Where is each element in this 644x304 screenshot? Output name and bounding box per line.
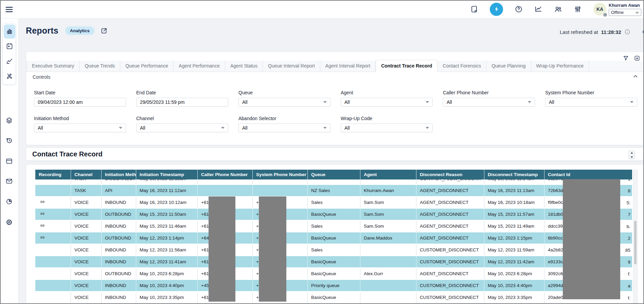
sidebar-item-trends[interactable]	[4, 54, 15, 69]
table-row-7[interactable]: VOICE INBOUND May 12, 2023 11:41am +614 …	[35, 256, 632, 268]
column-header-label: Contact Id	[548, 172, 570, 177]
table-row-4[interactable]: VOICE INBOUND May 15, 2023 11:46am +614 …	[35, 221, 632, 232]
download-icon[interactable]	[634, 55, 640, 61]
tab-2[interactable]: Queue Performance	[120, 60, 174, 72]
tab-7[interactable]: Contract Trace Record	[376, 60, 437, 72]
cell-channel: VOICE	[71, 232, 102, 244]
metrics-icon[interactable]	[534, 5, 542, 13]
sidebar-item-history[interactable]	[3, 134, 16, 147]
contacts-icon[interactable]	[554, 5, 562, 13]
column-header-4[interactable]: Caller Phone Number	[198, 170, 253, 179]
contact-id-tail: a	[628, 283, 630, 288]
column-header-8[interactable]: Disconnect Reason	[416, 170, 484, 179]
stepper-up-button[interactable]	[629, 151, 634, 155]
sidebar-item-settings[interactable]	[3, 216, 16, 228]
sidebar-item-designer[interactable]	[4, 69, 15, 83]
info-icon[interactable]	[624, 29, 630, 35]
table-row-3[interactable]: VOICE OUTBOUND May 15, 2023 11:50am +614…	[35, 209, 632, 221]
sidebar-item-mail[interactable]	[3, 175, 16, 187]
status-select[interactable]: Offline	[609, 9, 641, 16]
tab-3[interactable]: Agent Performance	[174, 60, 225, 72]
table-row-5[interactable]: VOICE OUTBOUND May 12, 2023 1:14pm +642 …	[35, 232, 632, 244]
sliders-icon[interactable]	[574, 5, 582, 13]
sidebar-item-reports[interactable]	[4, 24, 15, 39]
sidebar-item-schedule[interactable]	[4, 39, 15, 54]
tab-label: Agent Interval Report	[325, 63, 370, 69]
tab-0[interactable]: Executive Summary	[26, 60, 79, 72]
filter-input[interactable]: All	[341, 98, 433, 107]
filter-input[interactable]: All	[238, 124, 330, 132]
mail-icon	[5, 177, 13, 185]
table-row-8[interactable]: VOICE OUTBOUND May 10, 2023 6:28pm +614 …	[35, 268, 632, 280]
cell-disconnect-timestamp: May 15, 2023 11:49am	[484, 221, 544, 232]
table-row-2[interactable]: VOICE INBOUND May 16, 2023 10:12am +614 …	[35, 197, 632, 209]
dropdown-caret-icon	[426, 101, 429, 103]
table-row-6[interactable]: VOICE INBOUND May 12, 2023 11:56am +614 …	[35, 244, 632, 256]
redaction-box	[563, 179, 620, 299]
filter-input[interactable]: All	[136, 124, 228, 132]
column-header-5[interactable]: System Phone Number	[253, 170, 308, 179]
column-header-7[interactable]: Agent	[360, 170, 416, 179]
table-row-0[interactable]: TASK DISCONNECT May 16, 2023 11:13am CON…	[35, 179, 632, 185]
recording-link-icon[interactable]	[40, 223, 45, 229]
filter-input[interactable]: All	[238, 98, 330, 107]
filter-2: Queue All	[238, 90, 330, 107]
table-row-9[interactable]: VOICE INBOUND May 10, 2023 4:40pm +457 +…	[35, 280, 632, 292]
sidebar	[0, 18, 19, 304]
tab-9[interactable]: Queue Planning	[486, 60, 531, 72]
filter-input[interactable]: All	[443, 98, 535, 107]
scrollbar-thumb[interactable]	[634, 221, 637, 264]
filter-input[interactable]: All	[341, 124, 433, 132]
sidebar-item-window[interactable]	[3, 155, 16, 167]
menu-icon[interactable]	[5, 5, 14, 14]
filter-icon[interactable]	[623, 55, 629, 61]
recording-link-icon[interactable]	[40, 211, 45, 217]
filter-input[interactable]: 09/04/2023 12:00 am	[34, 98, 126, 107]
sidebar-item-layers[interactable]	[3, 114, 16, 127]
column-header-1[interactable]: Channel	[71, 170, 102, 179]
column-header-2[interactable]: Initiation Method	[102, 170, 136, 179]
stepper-down-button[interactable]	[629, 155, 634, 159]
filter-input[interactable]: 29/05/2023 11:59 pm	[136, 98, 228, 107]
tab-10[interactable]: Wrap-Up Performance	[531, 60, 589, 72]
cell-initiation-timestamp: May 16, 2023 11:12am	[136, 185, 198, 196]
tab-5[interactable]: Queue Interval Report	[263, 60, 320, 72]
sidebar-item-analytics[interactable]	[3, 195, 16, 208]
column-header-9[interactable]: Disconnect Timestamp	[484, 170, 544, 179]
flash-icon[interactable]	[490, 3, 503, 16]
filter-label: Wrap-Up Code	[341, 116, 433, 121]
chevron-up-icon[interactable]	[632, 73, 639, 80]
recording-link-icon[interactable]	[40, 199, 45, 206]
cell-queue: BasicQueue	[308, 209, 360, 220]
last-refreshed-time: 11:28:32	[601, 29, 621, 35]
table-row-1[interactable]: TASK API May 16, 2023 11:12am NZ Sales K…	[35, 185, 632, 197]
column-header-0[interactable]: Recording	[35, 170, 71, 179]
help-icon[interactable]	[515, 5, 523, 13]
refresh-icon[interactable]	[642, 28, 644, 36]
cell-agent: Khurram.Awan	[360, 185, 416, 196]
table-scrollbar[interactable]	[633, 170, 638, 303]
dropdown-caret-icon	[426, 127, 429, 129]
bar-chart-icon	[6, 28, 13, 35]
column-header-10[interactable]: Contact Id	[544, 170, 632, 179]
table-row-10[interactable]: VOICE INBOUND May 10, 2023 3:35pm +614 +…	[35, 292, 632, 304]
cell-channel: VOICE	[71, 244, 102, 255]
filter-value: All	[344, 99, 350, 105]
external-link-icon[interactable]	[100, 27, 108, 35]
recording-link-icon[interactable]	[40, 235, 45, 241]
filter-value: All	[38, 125, 43, 131]
cell-agent: Sam.Som	[360, 209, 416, 220]
column-header-3[interactable]: Initiation Timestamp	[136, 170, 198, 179]
tab-8[interactable]: Contact Forensics	[437, 60, 486, 72]
filter-input[interactable]: All	[545, 98, 637, 107]
column-header-6[interactable]: Queue	[308, 170, 360, 179]
report-tabs: Executive Summary Queue Trends Queue Per…	[26, 61, 644, 72]
table-body: TASK DISCONNECT May 16, 2023 11:13am CON…	[35, 179, 632, 304]
cell-disconnect-reason: CUSTOMER_DISCONNECT	[416, 292, 484, 303]
column-header-label: System Phone Number	[256, 172, 306, 177]
tab-1[interactable]: Queue Trends	[79, 60, 120, 72]
tab-6[interactable]: Agent Interval Report	[320, 60, 376, 72]
filter-input[interactable]: All	[34, 124, 126, 132]
notes-icon[interactable]	[470, 5, 478, 13]
tab-4[interactable]: Agent Status	[225, 60, 263, 72]
